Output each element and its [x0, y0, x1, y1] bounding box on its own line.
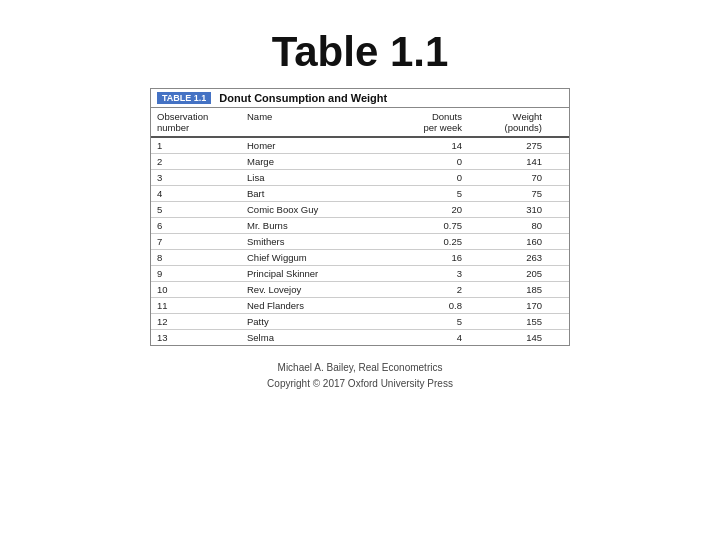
- cell-name: Marge: [247, 156, 377, 167]
- cell-donuts: 14: [377, 140, 462, 151]
- col-header-name: Name: [247, 111, 377, 133]
- cell-donuts: 0.25: [377, 236, 462, 247]
- cell-weight: 70: [462, 172, 542, 183]
- cell-weight: 160: [462, 236, 542, 247]
- cell-name: Selma: [247, 332, 377, 343]
- cell-obs: 11: [157, 300, 247, 311]
- cell-donuts: 16: [377, 252, 462, 263]
- footer-line1: Michael A. Bailey, Real Econometrics: [267, 360, 453, 376]
- table-row: 11 Ned Flanders 0.8 170: [151, 298, 569, 314]
- col-header-donuts: Donutsper week: [377, 111, 462, 133]
- cell-donuts: 5: [377, 316, 462, 327]
- cell-obs: 3: [157, 172, 247, 183]
- footer: Michael A. Bailey, Real Econometrics Cop…: [267, 360, 453, 392]
- cell-weight: 170: [462, 300, 542, 311]
- cell-name: Lisa: [247, 172, 377, 183]
- cell-obs: 10: [157, 284, 247, 295]
- cell-name: Mr. Burns: [247, 220, 377, 231]
- cell-donuts: 0: [377, 156, 462, 167]
- table-badge: TABLE 1.1: [157, 92, 211, 104]
- col-header-obs: Observationnumber: [157, 111, 247, 133]
- cell-weight: 310: [462, 204, 542, 215]
- table-row: 1 Homer 14 275: [151, 138, 569, 154]
- cell-name: Smithers: [247, 236, 377, 247]
- cell-donuts: 0.8: [377, 300, 462, 311]
- table-row: 3 Lisa 0 70: [151, 170, 569, 186]
- cell-donuts: 20: [377, 204, 462, 215]
- cell-obs: 13: [157, 332, 247, 343]
- table-row: 10 Rev. Lovejoy 2 185: [151, 282, 569, 298]
- table-row: 6 Mr. Burns 0.75 80: [151, 218, 569, 234]
- table-body: 1 Homer 14 275 2 Marge 0 141 3 Lisa 0 70…: [151, 138, 569, 345]
- cell-donuts: 0: [377, 172, 462, 183]
- cell-donuts: 0.75: [377, 220, 462, 231]
- column-headers: Observationnumber Name Donutsper week We…: [151, 108, 569, 138]
- footer-line2: Copyright © 2017 Oxford University Press: [267, 376, 453, 392]
- cell-name: Chief Wiggum: [247, 252, 377, 263]
- cell-weight: 263: [462, 252, 542, 263]
- cell-name: Patty: [247, 316, 377, 327]
- cell-obs: 5: [157, 204, 247, 215]
- table-row: 7 Smithers 0.25 160: [151, 234, 569, 250]
- cell-weight: 141: [462, 156, 542, 167]
- cell-name: Principal Skinner: [247, 268, 377, 279]
- cell-obs: 1: [157, 140, 247, 151]
- cell-donuts: 2: [377, 284, 462, 295]
- table-row: 8 Chief Wiggum 16 263: [151, 250, 569, 266]
- table-row: 2 Marge 0 141: [151, 154, 569, 170]
- cell-weight: 145: [462, 332, 542, 343]
- cell-name: Rev. Lovejoy: [247, 284, 377, 295]
- cell-obs: 8: [157, 252, 247, 263]
- cell-obs: 2: [157, 156, 247, 167]
- cell-name: Ned Flanders: [247, 300, 377, 311]
- cell-weight: 75: [462, 188, 542, 199]
- cell-obs: 6: [157, 220, 247, 231]
- cell-name: Homer: [247, 140, 377, 151]
- cell-donuts: 5: [377, 188, 462, 199]
- cell-weight: 185: [462, 284, 542, 295]
- cell-obs: 4: [157, 188, 247, 199]
- table-header: TABLE 1.1 Donut Consumption and Weight: [151, 89, 569, 108]
- table-row: 12 Patty 5 155: [151, 314, 569, 330]
- cell-donuts: 4: [377, 332, 462, 343]
- cell-weight: 205: [462, 268, 542, 279]
- col-header-weight: Weight(pounds): [462, 111, 542, 133]
- table-row: 4 Bart 5 75: [151, 186, 569, 202]
- table-row: 13 Selma 4 145: [151, 330, 569, 345]
- data-table: TABLE 1.1 Donut Consumption and Weight O…: [150, 88, 570, 346]
- cell-weight: 155: [462, 316, 542, 327]
- table-title: Donut Consumption and Weight: [219, 92, 387, 104]
- cell-weight: 80: [462, 220, 542, 231]
- cell-name: Comic Boox Guy: [247, 204, 377, 215]
- cell-obs: 12: [157, 316, 247, 327]
- cell-name: Bart: [247, 188, 377, 199]
- cell-donuts: 3: [377, 268, 462, 279]
- table-row: 9 Principal Skinner 3 205: [151, 266, 569, 282]
- table-row: 5 Comic Boox Guy 20 310: [151, 202, 569, 218]
- cell-obs: 7: [157, 236, 247, 247]
- cell-obs: 9: [157, 268, 247, 279]
- page-title: Table 1.1: [272, 28, 449, 76]
- cell-weight: 275: [462, 140, 542, 151]
